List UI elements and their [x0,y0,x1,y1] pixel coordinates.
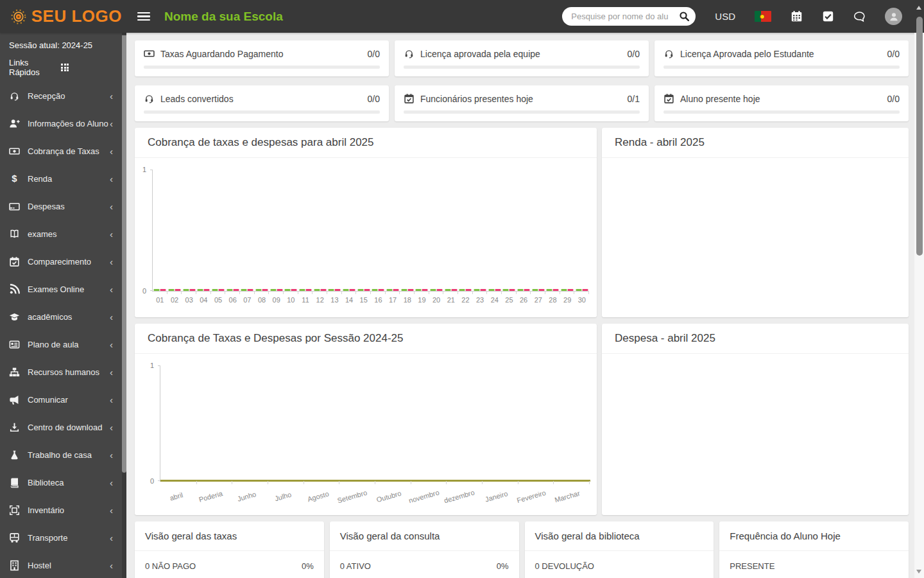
bar-group: 05 [211,170,226,291]
x-axis-label: Outubro [375,489,402,504]
main-scrollbar[interactable] [914,0,924,578]
sidebar-item-label: Inventário [28,505,110,515]
chat-icon[interactable] [853,10,866,22]
school-name: Nome da sua Escola [164,10,562,24]
overview-row-value: 0% [497,561,509,571]
scrollbar-up-arrow-icon[interactable] [916,6,921,10]
bar-taxas [431,289,436,291]
x-axis-label: 22 [461,296,469,304]
sidebar-item-plano-de-aula[interactable]: Plano de aula‹ [0,331,122,358]
overview-card-title: Visão geral das taxas [135,521,324,551]
bar-group: 04 [196,170,211,291]
sidebar-item-label: Renda [28,174,110,184]
sidebar-item-cobran-a-de-taxas[interactable]: Cobrança de Taxas‹ [0,137,122,165]
dollar-icon: $ [9,173,20,184]
sidebar-item-acad-micos[interactable]: acadêmicos‹ [0,303,122,331]
sidebar-item-biblioteca[interactable]: Biblioteca‹ [0,469,122,496]
tasks-icon[interactable] [822,10,834,22]
bar-despesas [306,289,312,291]
x-axis-label: 03 [185,296,193,304]
sidebar-item-hostel[interactable]: Hostel‹ [0,552,122,578]
x-axis-label: 01 [156,296,164,304]
x-axis-label: novembro [407,488,440,504]
x-axis-label: 16 [374,296,382,304]
sidebar-item-invent-rio[interactable]: Inventário‹ [0,496,122,524]
fees-expenses-month-chart-panel: Cobrança de taxas e despesas para abril … [135,128,597,317]
currency-label[interactable]: USD [715,11,735,22]
bar-taxas [401,289,407,291]
bar-group: 19 [415,170,429,291]
sidebar-item-label: Transporte [28,533,110,543]
line-series [160,480,590,482]
sidebar-item-informa-es-do-aluno[interactable]: Informações do Aluno‹ [0,110,122,137]
sidebar-item-label: Recepção [28,91,110,101]
sidebar-item-transporte[interactable]: Transporte‹ [0,524,122,552]
sidebar-item-despesas[interactable]: Despesas‹ [0,193,122,220]
sidebar-item-trabalho-de-casa[interactable]: Trabalho de casa‹ [0,441,122,469]
sidebar-scrollbar[interactable] [122,33,126,578]
bar-taxas [372,289,378,291]
overview-row-label: PRESENTE [730,561,774,571]
sidebar-item-comparecimento[interactable]: Comparecimento‹ [0,248,122,276]
stat-progress-bar [144,66,380,69]
chevron-left-icon: ‹ [110,478,113,487]
stat-card: Licença aprovada pela equipe0/0 [395,40,649,76]
logo[interactable]: SEU LOGO [0,6,122,27]
sidebar-item-exames-online[interactable]: Exames Online‹ [0,276,122,303]
x-axis-label: 26 [520,296,527,304]
bar-group: 23 [473,170,488,291]
box-icon [9,505,20,516]
x-axis-label: 29 [563,296,571,304]
search-icon[interactable] [679,11,690,22]
sidebar-item-renda[interactable]: $Renda‹ [0,165,122,193]
building-icon [9,560,20,571]
x-axis-label: 23 [476,296,484,304]
quick-links[interactable]: Links Rápidos [0,53,122,82]
bar-taxas [387,289,393,291]
topbar: SEU LOGO Nome da sua Escola USD [0,0,924,33]
language-flag-icon[interactable] [755,11,771,22]
x-axis-label: 30 [578,296,586,304]
bar-group: 18 [400,170,415,291]
scrollbar-thumb[interactable] [916,17,923,256]
menu-toggle-icon[interactable] [137,10,150,23]
stat-label: Leads convertidos [160,94,362,104]
scrollbar-down-arrow-icon[interactable] [916,570,921,574]
chevron-left-icon: ‹ [110,146,113,156]
bar-taxas [445,289,450,291]
logo-text: SEU LOGO [31,6,122,26]
sidebar-item-label: Despesas [28,202,110,211]
svg-text:$: $ [12,173,17,184]
x-axis-label: 18 [404,296,411,304]
bar-taxas [256,289,262,291]
bar-despesas [509,289,515,291]
sidebar-item-centro-de-download[interactable]: Centro de download‹ [0,414,122,441]
x-axis-label: 17 [389,296,397,304]
x-axis-label: 20 [432,296,440,304]
sidebar-item-label: exames [28,229,110,239]
x-axis-label: Agosto [306,490,329,504]
bus-icon [9,532,20,543]
bar-despesas [481,289,486,291]
stat-card: Funcionários presentes hoje0/1 [395,85,649,121]
x-axis-label: 28 [549,296,556,304]
sidebar-item-recep-o[interactable]: Recepção‹ [0,82,122,110]
bar-group: 06 [225,170,240,291]
x-axis-label: 25 [505,296,513,304]
bar-despesas [219,289,225,291]
chevron-left-icon: ‹ [110,367,113,377]
calendar-icon[interactable] [791,10,803,22]
bar-taxas [285,289,291,291]
sidebar-item-exames[interactable]: exames‹ [0,220,122,248]
bar-group: 10 [284,170,298,291]
user-avatar[interactable] [885,8,902,25]
sidebar-item-comunicar[interactable]: Comunicar‹ [0,386,122,414]
stat-value: 0/0 [887,49,900,59]
bar-group: 02 [167,170,182,291]
sidebar-item-recursos-humanos[interactable]: Recursos humanos‹ [0,358,122,386]
bar-despesas [204,289,210,291]
bar-group: 07 [240,170,255,291]
bar-despesas [248,289,253,291]
search-input[interactable] [562,7,696,26]
sidebar-scrollbar-thumb[interactable] [122,35,126,473]
